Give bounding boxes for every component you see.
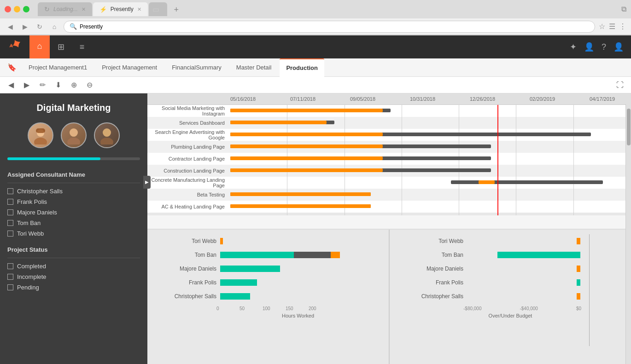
budget-bar-majore [467, 265, 622, 273]
budget-row-majore: Majore Daniels [399, 265, 622, 273]
tab-close-icon[interactable]: ✕ [82, 6, 86, 12]
hours-axis-0: 0 [216, 306, 240, 311]
prev-button[interactable]: ◀ [6, 80, 17, 91]
tab-master-detail[interactable]: Master Detail [230, 58, 278, 77]
budget-axis: -$80,000 -$40,000 $0 [463, 306, 622, 311]
gantt-row-7: Beta Testing [147, 189, 631, 201]
checkbox-incomplete[interactable] [7, 274, 13, 280]
consultant-frank[interactable]: Frank Polis [7, 198, 140, 205]
scrollbar[interactable] [625, 104, 631, 364]
back-button[interactable]: ◀ [5, 21, 16, 32]
download-button[interactable]: ⬇ [53, 80, 64, 91]
address-bar[interactable]: 🔍 [64, 21, 595, 33]
gantt-row-2: Search Engine Advertising with Google [147, 129, 631, 141]
checkbox-tom[interactable] [7, 220, 13, 226]
main-content: Digital Marketing [0, 93, 631, 364]
gantt-label-7: Beta Testing [147, 192, 230, 197]
zoom-in-button[interactable]: ⊕ [68, 80, 79, 91]
gantt-label-5: Construction Landing Page [147, 168, 230, 173]
sidebar: Digital Marketing [0, 93, 147, 364]
nav-list[interactable]: ≡ [72, 35, 92, 58]
status-section-label: Project Status [7, 246, 140, 253]
hours-row-frank: Frank Polis [157, 278, 380, 287]
hours-bar-tom [220, 251, 380, 259]
budget-name-frank: Frank Polis [399, 279, 463, 286]
hours-teal-frank [220, 279, 257, 286]
tab-new[interactable]: ▭ [149, 2, 167, 16]
hours-axis-2: 100 [263, 306, 286, 311]
hours-row-tom: Tom Ban [157, 251, 380, 259]
hours-axis-4: 200 [309, 306, 332, 311]
next-button[interactable]: ▶ [21, 80, 32, 91]
app: ⌂ ⊞ ≡ ✦ 👤 ? 👤 🔖 Project Management1 Proj… [0, 35, 631, 364]
tab-production[interactable]: Production [280, 58, 324, 77]
hours-bar-majore [220, 265, 380, 273]
close-button[interactable] [5, 6, 11, 12]
status-completed[interactable]: Completed [7, 263, 140, 270]
consultant-christopher[interactable]: Christopher Salls [7, 188, 140, 195]
star-icon[interactable]: ☆ [599, 22, 605, 31]
fullscreen-button[interactable]: ⛶ [614, 80, 625, 91]
users-icon[interactable]: 👤 [584, 42, 594, 52]
sidebar-expand-button[interactable]: ▶ [143, 176, 147, 189]
tab-presently-close[interactable]: ✕ [137, 6, 141, 12]
budget-axis-2: $0 [576, 306, 581, 311]
checkbox-completed[interactable] [7, 263, 13, 269]
avatar-3 [94, 122, 120, 148]
date-label-5: 02/20/2019 [530, 96, 590, 102]
hours-axis-1: 50 [240, 306, 263, 311]
progress-bar [7, 157, 140, 160]
budget-row-frank: Frank Polis [399, 278, 622, 287]
date-label-3: 10/31/2018 [410, 96, 470, 102]
maximize-button[interactable] [23, 6, 29, 12]
hours-name-tori: Tori Webb [157, 238, 216, 244]
account-icon[interactable]: 👤 [613, 42, 624, 52]
budget-chart: Tori Webb Tom Ban Majore Daniels [390, 230, 631, 364]
window-restore-icon[interactable]: ⧉ [621, 5, 626, 13]
scrollbar-thumb[interactable] [627, 109, 631, 145]
home-button[interactable]: ⌂ [49, 21, 60, 32]
tab-project-mgmt1[interactable]: Project Management1 [22, 58, 93, 77]
edit-button[interactable]: ✏ [37, 80, 48, 91]
help-icon[interactable]: ? [602, 42, 606, 52]
hours-axis-3: 150 [286, 306, 309, 311]
address-input[interactable] [80, 23, 589, 30]
checkbox-christopher[interactable] [7, 188, 13, 194]
consultant-majore[interactable]: Majore Daniels [7, 209, 140, 216]
checkbox-frank[interactable] [7, 199, 13, 205]
gantt-row-0: Social Media Marketing with Instagram [147, 105, 631, 117]
tab-financial-summary[interactable]: FinancialSummary [165, 58, 228, 77]
tab-project-mgmt[interactable]: Project Management [95, 58, 164, 77]
tab-loading[interactable]: ↻ Loading... ✕ [38, 2, 92, 16]
status-section: Project Status Completed Incomplete Pend… [7, 246, 140, 291]
date-label-2: 09/05/2018 [350, 96, 410, 102]
zoom-out-button[interactable]: ⊖ [84, 80, 95, 91]
checkbox-majore[interactable] [7, 209, 13, 215]
browser-icons: ☆ ☰ ⋮ [599, 22, 626, 31]
hours-name-christopher: Christopher Salls [157, 293, 216, 300]
menu-icon[interactable]: ⋮ [619, 22, 626, 31]
date-label-6: 04/17/2019 [590, 96, 631, 102]
gantt-row-3: Plumbing Landing Page [147, 141, 631, 153]
budget-teal-tom [497, 252, 580, 258]
consultant-tom[interactable]: Tom Ban [7, 220, 140, 226]
gantt-row-5: Construction Landing Page [147, 165, 631, 177]
consultant-tori[interactable]: Tori Webb [7, 230, 140, 237]
budget-bar-christopher [467, 292, 622, 300]
status-incomplete[interactable]: Incomplete [7, 273, 140, 280]
tab-presently[interactable]: ⚡ Presently ✕ [93, 2, 148, 16]
budget-bar-tom [467, 251, 622, 259]
new-tab-button[interactable]: + [170, 3, 183, 16]
nav-home[interactable]: ⌂ [29, 35, 50, 58]
tab-loading-label: Loading... [53, 6, 78, 12]
forward-button[interactable]: ▶ [19, 21, 30, 32]
nav-grid[interactable]: ⊞ [51, 35, 71, 58]
status-pending[interactable]: Pending [7, 284, 140, 291]
minimize-button[interactable] [14, 6, 20, 12]
checkbox-tori[interactable] [7, 231, 13, 237]
checkbox-pending[interactable] [7, 284, 13, 290]
refresh-button[interactable]: ↻ [34, 21, 45, 32]
sparkle-icon[interactable]: ✦ [570, 42, 577, 52]
gantt-row-8: AC & Heating Landing Page [147, 201, 631, 213]
extensions-icon[interactable]: ☰ [609, 22, 615, 31]
